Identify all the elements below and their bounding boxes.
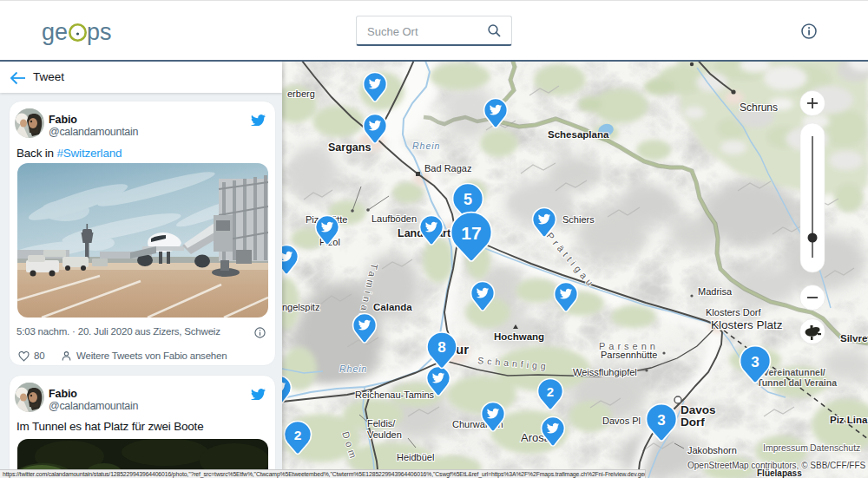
svg-text:Sargans: Sargans <box>328 141 371 154</box>
svg-text:Hochwang: Hochwang <box>494 331 544 342</box>
svg-text:Schiers: Schiers <box>562 214 595 225</box>
svg-text:Klosters Platz: Klosters Platz <box>711 318 783 331</box>
svg-text:Parsenn: Parsenn <box>599 341 659 351</box>
svg-text:Rhein: Rhein <box>412 141 440 151</box>
svg-text:8: 8 <box>437 339 445 356</box>
svg-text:ngelspitz: ngelspitz <box>282 302 319 312</box>
svg-text:Calanda: Calanda <box>373 302 412 312</box>
svg-text:ge: ge <box>42 19 68 45</box>
svg-text:Rhein: Rhein <box>339 363 367 374</box>
svg-text:Bad Ragaz: Bad Ragaz <box>424 163 471 174</box>
svg-text:Heidbüel: Heidbüel <box>397 452 434 462</box>
svg-text:Madrisa: Madrisa <box>698 286 733 297</box>
svg-text:erberg: erberg <box>287 88 315 99</box>
svg-text:5: 5 <box>464 191 472 208</box>
svg-text:OpenStreetMap contributors, ©: OpenStreetMap contributors, © SBB/CFF/FF… <box>687 461 866 470</box>
svg-text:2: 2 <box>547 384 554 399</box>
svg-text:Piz Linar: Piz Linar <box>830 415 868 425</box>
svg-text:Datenschutz: Datenschutz <box>810 442 860 453</box>
svg-text:3: 3 <box>657 412 665 429</box>
svg-text:ps: ps <box>87 19 112 45</box>
svg-text:2: 2 <box>294 428 302 442</box>
svg-text:Jakobshorn: Jakobshorn <box>687 445 737 455</box>
svg-text:Schesaplana: Schesaplana <box>548 129 609 140</box>
svg-text:Silvret: Silvret <box>840 333 868 344</box>
svg-text:Davos Pl: Davos Pl <box>602 416 641 426</box>
svg-text:Dorf: Dorf <box>681 416 705 429</box>
svg-text:Vereinatunnel/: Vereinatunnel/ <box>763 367 825 377</box>
svg-text:3: 3 <box>751 354 759 370</box>
svg-text:Impressum: Impressum <box>763 442 808 453</box>
svg-text:Laufböden: Laufböden <box>372 213 417 224</box>
svg-text:17: 17 <box>461 223 481 243</box>
svg-text:Davos: Davos <box>681 403 716 416</box>
svg-text:Schruns: Schruns <box>740 101 778 114</box>
svg-text:Reichenau-Tamins: Reichenau-Tamins <box>355 390 435 400</box>
svg-text:Klosters Dorf: Klosters Dorf <box>706 307 762 318</box>
svg-text:Weissfluhgipfel: Weissfluhgipfel <box>573 367 637 377</box>
svg-text:Feldis/: Feldis/ <box>367 418 396 429</box>
svg-text:Veulden: Veulden <box>367 429 402 440</box>
svg-text:Tunnel dal Veraina: Tunnel dal Veraina <box>757 377 837 388</box>
